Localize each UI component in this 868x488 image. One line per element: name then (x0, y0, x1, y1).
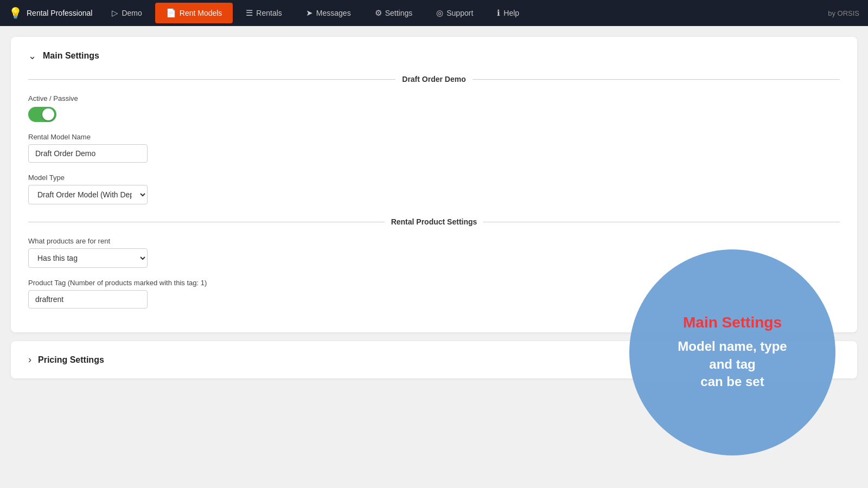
toggle-slider (28, 107, 56, 122)
nav-messages-label: Messages (316, 9, 351, 17)
active-passive-label: Active / Passive (28, 94, 840, 102)
nav-help[interactable]: ℹ Help (486, 3, 530, 23)
nav-settings-label: Settings (385, 9, 413, 17)
rp-divider-right (483, 222, 840, 222)
active-passive-toggle[interactable] (28, 107, 56, 122)
rental-model-name-label: Rental Model Name (28, 133, 840, 141)
model-type-group: Model Type Draft Order Model (With Dep… … (28, 174, 840, 204)
active-passive-group: Active / Passive (28, 94, 840, 122)
main-settings-header: ⌄ Main Settings (28, 50, 840, 62)
rp-divider-left (28, 222, 385, 222)
what-products-label: What products are for rent (28, 237, 840, 245)
tooltip-body: Model name, typeand tagcan be set (678, 338, 787, 390)
nav-rent-models-label: Rent Models (180, 9, 222, 17)
messages-icon: ➤ (306, 8, 313, 18)
tooltip-bubble: Main Settings Model name, typeand tagcan… (629, 249, 835, 455)
nav-settings[interactable]: ⚙ Settings (364, 3, 424, 23)
rental-model-name-group: Rental Model Name (28, 133, 840, 163)
what-products-select[interactable]: Has this tag All products Specific produ… (28, 248, 148, 268)
rental-product-label: Rental Product Settings (385, 217, 484, 226)
draft-order-label: Draft Order Demo (395, 75, 472, 84)
by-orsis: by ORSIS (828, 9, 859, 17)
product-tag-input[interactable] (28, 290, 148, 309)
divider-right (473, 79, 840, 80)
main-settings-collapse-icon[interactable]: ⌄ (28, 50, 36, 62)
brand: 💡 Rental Professional (9, 7, 92, 20)
model-type-label: Model Type (28, 174, 840, 182)
pricing-settings-expand-icon[interactable]: › (28, 354, 31, 365)
tooltip-title: Main Settings (683, 314, 782, 331)
nav-rentals-label: Rentals (256, 9, 282, 17)
pricing-settings-title: Pricing Settings (38, 355, 104, 365)
nav-rent-models[interactable]: 📄 Rent Models (155, 3, 233, 23)
nav-demo-label: Demo (122, 9, 142, 17)
nav-rentals[interactable]: ☰ Rentals (235, 3, 292, 23)
rental-model-name-input[interactable] (28, 144, 148, 163)
nav-support-label: Support (446, 9, 473, 17)
nav-support[interactable]: ◎ Support (425, 3, 484, 23)
support-icon: ◎ (436, 8, 443, 18)
rent-models-icon: 📄 (166, 8, 176, 18)
draft-order-divider: Draft Order Demo (28, 75, 840, 84)
brand-name: Rental Professional (27, 9, 92, 17)
brand-icon: 💡 (9, 7, 22, 20)
settings-icon: ⚙ (375, 8, 382, 18)
top-bar: 💡 Rental Professional ▷ Demo 📄 Rent Mode… (0, 0, 868, 26)
model-type-select[interactable]: Draft Order Model (With Dep… Standard Mo… (28, 185, 148, 204)
nav-help-label: Help (503, 9, 519, 17)
nav-demo[interactable]: ▷ Demo (101, 3, 152, 23)
divider-left (28, 79, 395, 80)
rentals-icon: ☰ (246, 8, 253, 18)
nav-messages[interactable]: ➤ Messages (295, 3, 362, 23)
rental-product-divider: Rental Product Settings (28, 217, 840, 226)
demo-icon: ▷ (112, 8, 118, 18)
main-settings-title: Main Settings (43, 51, 99, 61)
help-icon: ℹ (497, 8, 500, 18)
